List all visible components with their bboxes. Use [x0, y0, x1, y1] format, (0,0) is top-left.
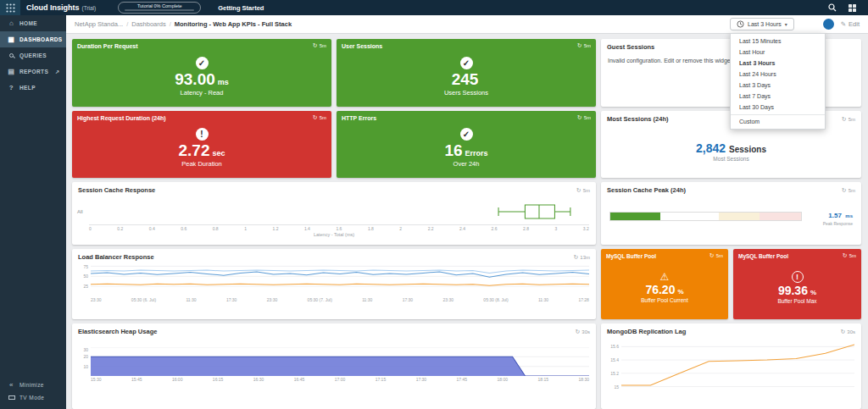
- x-axis-tick: 2.4: [459, 226, 465, 231]
- breadcrumb-separator: /: [170, 20, 171, 28]
- refresh-icon: ↻: [843, 252, 848, 259]
- sidebar-item-help[interactable]: ?HELP: [0, 80, 66, 96]
- gauge-unit: ms: [845, 213, 853, 218]
- x-axis-tick: 16:00: [172, 377, 183, 382]
- breadcrumb-tenant[interactable]: NetApp Standa...: [75, 20, 123, 28]
- refresh-interval: 5m: [849, 117, 855, 122]
- widget-http-errors[interactable]: HTTP Errors ↻5m ✓ 16Errors Over 24h: [337, 111, 596, 178]
- breadcrumb-separator: /: [126, 20, 128, 28]
- external-link-icon: ↗: [55, 69, 59, 75]
- y-axis-tick: 30: [83, 347, 88, 352]
- time-option-last-30-days[interactable]: Last 30 Days: [731, 102, 825, 113]
- gauge-value-bar: [610, 213, 660, 220]
- reports-icon: ▤: [8, 68, 15, 75]
- sidebar-item-minimize[interactable]: «Minimize: [0, 379, 66, 391]
- kpi-label: Peak Duration: [181, 160, 222, 168]
- widget-session-cache-response[interactable]: Session Cache Response ↻5m All 00.20.40.…: [72, 182, 596, 245]
- time-option-custom[interactable]: Custom: [731, 114, 825, 127]
- widget-highest-request-duration[interactable]: Highest Request Duration (24h) ↻5m ! 2.7…: [72, 111, 331, 178]
- edit-dashboard-button[interactable]: ✎ Edit: [841, 20, 860, 28]
- line-chart: [621, 339, 854, 391]
- refresh-interval: 5m: [320, 43, 326, 48]
- sidebar-item-home[interactable]: ⌂HOME: [0, 15, 66, 31]
- kpi-unit: %: [677, 288, 683, 296]
- widget-duration-per-request[interactable]: Duration Per Request ↻5m ✓ 93.00ms Laten…: [72, 39, 331, 107]
- kpi-unit: ms: [218, 78, 229, 86]
- refresh-icon: ↻: [313, 42, 318, 49]
- apps-icon[interactable]: [849, 4, 856, 12]
- breadcrumb-dashboards[interactable]: Dashboards: [131, 20, 165, 28]
- x-axis-tick: 2.8: [523, 226, 529, 231]
- sidebar-item-dashboards[interactable]: ▦DASHBOARDS: [0, 31, 66, 47]
- x-axis-tick: 17:30: [226, 297, 237, 302]
- gauge-zone: [719, 213, 759, 220]
- time-range-selector[interactable]: Last 3 Hours ▾: [730, 18, 794, 30]
- x-axis-tick: 0.6: [181, 226, 186, 231]
- sidebar-item-tv-mode[interactable]: TV Mode: [0, 391, 66, 404]
- widget-mysql-buffer-pool-current[interactable]: MySQL Buffer Pool ↻5m ⚠ 76.20% Buffer Po…: [601, 249, 728, 319]
- gauge-label: Peak Response: [809, 221, 853, 226]
- sidebar-item-label: Minimize: [19, 382, 44, 388]
- getting-started-link[interactable]: Getting Started: [218, 4, 264, 12]
- status-warning-icon: ⚠: [660, 272, 670, 282]
- kpi-label: Buffer Pool Max: [777, 298, 816, 304]
- search-icon[interactable]: [828, 3, 837, 12]
- x-axis-tick: 16:45: [294, 377, 305, 382]
- x-axis-tick: 15:45: [131, 377, 142, 382]
- tutorial-progress-widget[interactable]: Tutorial 0% Complete: [118, 2, 201, 14]
- app-switcher-button[interactable]: [0, 0, 20, 15]
- x-axis-tick: 0.2: [117, 226, 123, 231]
- widget-title: Session Cache Response: [78, 186, 155, 194]
- widget-user-sessions[interactable]: User Sessions ↻5m ✓ 245 Users Sessions: [337, 39, 596, 107]
- help-icon: ?: [8, 84, 15, 91]
- x-axis-tick: 15:30: [91, 377, 102, 382]
- caret-down-icon: ▾: [785, 21, 787, 27]
- x-axis-tick: 23:30: [267, 297, 278, 302]
- refresh-interval: 13m: [580, 255, 590, 260]
- time-option-last-24-hours[interactable]: Last 24 Hours: [731, 69, 825, 80]
- trial-badge: (Trial): [82, 5, 97, 11]
- widget-mongodb-replication-lag[interactable]: MongoDB Replication Lag ↻30s 15.615.415.…: [601, 323, 861, 409]
- edit-label: Edit: [849, 20, 860, 28]
- tv-icon: [8, 395, 15, 400]
- gauge-value: 1.57: [828, 212, 842, 219]
- time-option-last-hour[interactable]: Last Hour: [731, 47, 825, 58]
- sidebar-item-label: REPORTS: [19, 69, 48, 75]
- time-range-value: Last 3 Hours: [748, 21, 782, 27]
- time-option-last-3-hours[interactable]: Last 3 Hours: [731, 58, 825, 69]
- gauge-zone: [760, 213, 802, 220]
- refresh-interval: 5m: [716, 253, 723, 258]
- x-axis-tick: 2: [399, 226, 402, 231]
- time-option-last-7-days[interactable]: Last 7 Days: [731, 91, 825, 102]
- refresh-icon: ↻: [842, 187, 847, 194]
- refresh-interval: 30s: [581, 329, 590, 334]
- widget-elasticsearch-heap-usage[interactable]: Elasticsearch Heap Usage ↻30s 302010 15:…: [72, 323, 596, 409]
- widget-mysql-buffer-pool-max[interactable]: MySQL Buffer Pool ↻5m ! 99.36% Buffer Po…: [733, 249, 861, 319]
- x-axis-ticks: 00.20.40.60.811.21.41.61.822.22.42.62.83…: [89, 224, 589, 231]
- kpi-value: 245: [452, 71, 479, 87]
- y-axis-tick: 15: [614, 384, 619, 390]
- sidebar-item-label: TV Mode: [19, 395, 44, 401]
- y-axis-tick: 50: [83, 274, 88, 279]
- most-sessions-label: Most Sessions: [713, 156, 748, 162]
- sidebar-item-reports[interactable]: ▤REPORTS↗: [0, 64, 66, 80]
- widget-session-cache-peak[interactable]: Session Cache Peak (24h) ↻5m 1.57 ms Pea…: [601, 182, 861, 245]
- user-avatar[interactable]: [823, 19, 834, 30]
- x-axis-tick: 1: [244, 226, 247, 231]
- kpi-unit: %: [810, 289, 816, 296]
- time-option-last-15-minutes[interactable]: Last 15 Minutes: [731, 36, 825, 47]
- x-axis-tick: 11:30: [186, 297, 196, 302]
- widget-load-balancer-response[interactable]: Load Balancer Response ↻13m 755025 23:30…: [72, 249, 596, 319]
- status-ok-icon: ✓: [460, 128, 473, 141]
- tutorial-progress-label: Tutorial 0% Complete: [125, 3, 194, 8]
- x-axis-tick: 17:00: [335, 377, 346, 382]
- sidebar-item-label: HELP: [19, 85, 36, 91]
- x-axis-tick: 17:15: [376, 377, 387, 382]
- refresh-icon: ↻: [842, 116, 847, 123]
- x-axis-tick: 0.4: [149, 226, 155, 231]
- refresh-icon: ↻: [577, 42, 582, 49]
- sidebar-item-queries[interactable]: QUERIES: [0, 47, 66, 64]
- x-axis-tick: 3: [555, 226, 558, 231]
- kpi-label: Buffer Pool Current: [641, 297, 688, 303]
- time-option-last-3-days[interactable]: Last 3 Days: [731, 80, 825, 91]
